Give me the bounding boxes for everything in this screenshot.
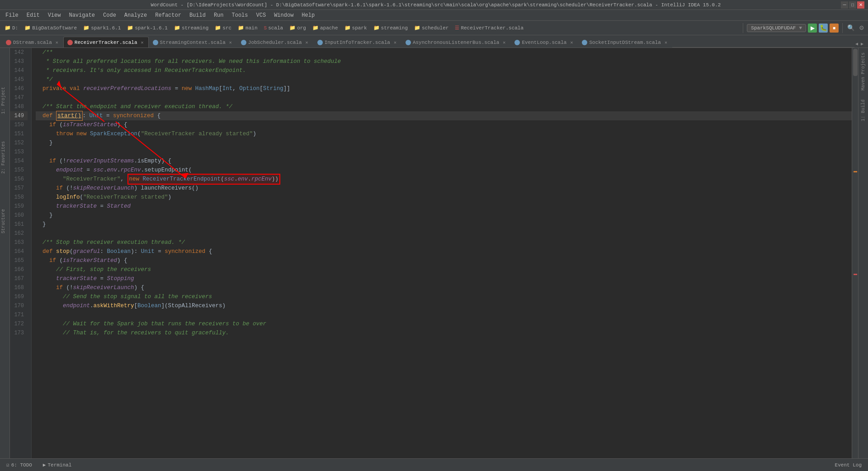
- bottom-tools-bar: ☑ 6: TODO ▶ Terminal Event Log: [0, 458, 868, 471]
- scroll-tabs-right[interactable]: ▶: [860, 40, 864, 48]
- linenum-172: 172: [10, 319, 28, 328]
- tab-receivertracker-close[interactable]: ✕: [141, 40, 143, 45]
- line-170: endpoint.askWithRetry[Boolean](StopAllRe…: [36, 301, 852, 310]
- line-172: // Wait for the Spark job that runs the …: [36, 319, 852, 328]
- tab-eventloop-close[interactable]: ✕: [570, 40, 573, 45]
- linenum-157: 157: [10, 184, 28, 193]
- toolbar-breadcrumb: 📁 D: 📁 BigDataSoftware 📁 spark1.6.1 📁 sp…: [2, 24, 526, 32]
- eventlog-label: Event Log: [835, 462, 862, 468]
- code-content[interactable]: /** * Store all preferred locations for …: [32, 48, 852, 458]
- linenum-170: 170: [10, 301, 28, 310]
- panel-tab-favorites[interactable]: 2: Favorites: [0, 138, 10, 176]
- search-everywhere-button[interactable]: 🔍: [846, 24, 855, 33]
- tab-socketinputdstream[interactable]: SocketInputDStream.scala ✕: [578, 37, 672, 48]
- toolbar-path-bigdata[interactable]: 📁 BigDataSoftware: [22, 24, 80, 32]
- close-button[interactable]: ✕: [857, 1, 864, 9]
- menu-edit[interactable]: Edit: [23, 11, 43, 19]
- bottom-tab-terminal[interactable]: ▶ Terminal: [40, 461, 74, 469]
- tab-jobscheduler[interactable]: JobScheduler.scala ✕: [237, 37, 313, 48]
- code-editor[interactable]: 142 143 144 145 146 147 148 149 150 151 …: [10, 48, 852, 458]
- line-169: // Send the stop signal to all the recei…: [36, 292, 852, 301]
- menu-tools[interactable]: Tools: [228, 11, 252, 19]
- menu-view[interactable]: View: [44, 11, 65, 19]
- run-config-selector[interactable]: SparkSQLUDFUDAF ▼: [747, 24, 806, 32]
- todo-icon: ☑: [6, 462, 9, 468]
- tab-socketinputdstream-close[interactable]: ✕: [665, 40, 667, 45]
- menu-file[interactable]: File: [2, 11, 22, 19]
- toolbar-path-streaming[interactable]: 📁 streaming: [171, 24, 211, 32]
- tab-dstream-close[interactable]: ✕: [56, 40, 58, 45]
- line-158: logInfo("ReceiverTracker started"): [36, 193, 852, 202]
- bottom-tab-todo[interactable]: ☑ 6: TODO: [4, 461, 35, 469]
- menu-vcs[interactable]: VCS: [253, 11, 270, 19]
- linenum-163: 163: [10, 238, 28, 247]
- tab-jobscheduler-close[interactable]: ✕: [306, 40, 308, 45]
- menu-code[interactable]: Code: [99, 11, 120, 19]
- toolbar-path-main[interactable]: 📁 main: [235, 24, 260, 32]
- tab-streamingcontext[interactable]: StreamingContext.scala ✕: [149, 37, 237, 48]
- scroll-tabs-left[interactable]: ◀: [854, 40, 859, 48]
- tab-inputinfotracker-icon: [317, 40, 323, 45]
- linenum-152: 152: [10, 138, 28, 147]
- tab-dstream-icon: [6, 40, 11, 45]
- window-controls: ─ □ ✕: [841, 1, 864, 9]
- linenum-161: 161: [10, 220, 28, 229]
- stop-button[interactable]: ■: [830, 24, 839, 33]
- panel-maven-projects[interactable]: Maven Projects: [860, 50, 867, 93]
- menu-analyze[interactable]: Analyze: [121, 11, 151, 19]
- line-157: if (!skipReceiverLaunch) launchReceivers…: [36, 184, 852, 193]
- toolbar-path-spark2[interactable]: 📁 spark: [342, 24, 370, 32]
- menu-window[interactable]: Window: [270, 11, 297, 19]
- settings-button[interactable]: ⚙: [857, 24, 866, 33]
- panel-build[interactable]: 1: Build: [860, 97, 867, 124]
- linenum-154: 154: [10, 157, 28, 166]
- debug-button[interactable]: 🐛: [819, 24, 828, 33]
- tab-eventloop[interactable]: EventLoop.scala ✕: [510, 37, 578, 48]
- tab-streamingcontext-close[interactable]: ✕: [229, 40, 232, 45]
- linenum-167: 167: [10, 274, 28, 283]
- toolbar: 📁 D: 📁 BigDataSoftware 📁 spark1.6.1 📁 sp…: [0, 21, 868, 35]
- toolbar-path-apache[interactable]: 📁 apache: [310, 24, 341, 32]
- toolbar-path-scheduler[interactable]: 📁 scheduler: [411, 24, 451, 32]
- linenum-158: 158: [10, 193, 28, 202]
- maximize-button[interactable]: □: [849, 1, 856, 9]
- vertical-scrollbar[interactable]: [852, 48, 858, 458]
- tab-inputinfotracker[interactable]: InputInfoTracker.scala ✕: [313, 37, 401, 48]
- toolbar-path-spark[interactable]: 📁 spark-1.6.1: [124, 24, 170, 32]
- panel-tab-project[interactable]: 1: Project: [0, 84, 10, 117]
- bottom-tab-eventlog[interactable]: Event Log: [832, 461, 864, 469]
- menu-build[interactable]: Build: [186, 11, 209, 19]
- line-156: "ReceiverTracker", new ReceiverTrackerEn…: [36, 175, 852, 184]
- linenum-171: 171: [10, 310, 28, 319]
- scrollbar-error-marker: [854, 274, 857, 275]
- line-148: /** Start the endpoint and receiver exec…: [36, 102, 852, 111]
- tab-receivertracker[interactable]: ReceiverTracker.scala ✕: [63, 37, 149, 48]
- scrollbar-thumb[interactable]: [853, 49, 858, 76]
- toolbar-path-src[interactable]: 📁 src: [212, 24, 234, 32]
- menu-refactor[interactable]: Refactor: [151, 11, 185, 19]
- menu-help[interactable]: Help: [298, 11, 318, 19]
- linenum-160: 160: [10, 211, 28, 220]
- line-144: * receivers. It's only accessed in Recei…: [36, 66, 852, 75]
- toolbar-path-d[interactable]: 📁 D:: [2, 24, 21, 32]
- panel-tab-structure[interactable]: Structure: [0, 206, 10, 236]
- toolbar-path-org[interactable]: 📁 org: [287, 24, 309, 32]
- toolbar-path-scala[interactable]: S scala: [261, 24, 286, 32]
- tab-inputinfotracker-close[interactable]: ✕: [394, 40, 396, 45]
- toolbar-path-file[interactable]: ☰ ReceiverTracker.scala: [452, 24, 526, 32]
- line-155: endpoint = ssc.env.rpcEnv.setupEndpoint(: [36, 166, 852, 175]
- minimize-button[interactable]: ─: [841, 1, 848, 9]
- run-button[interactable]: ▶: [808, 24, 817, 33]
- line-167: trackerState = Stopping: [36, 274, 852, 283]
- tab-asynclistenerbus-close[interactable]: ✕: [503, 40, 505, 45]
- tab-asynclistenerbus[interactable]: AsynchronousListenerBus.scala ✕: [401, 37, 510, 48]
- line-162: [36, 229, 852, 238]
- menu-run[interactable]: Run: [210, 11, 227, 19]
- tab-dstream[interactable]: DStream.scala ✕: [2, 37, 63, 48]
- toolbar-path-spark161[interactable]: 📁 spark1.6.1: [80, 24, 123, 32]
- tab-streamingcontext-icon: [153, 40, 158, 45]
- toolbar-path-streaming2[interactable]: 📁 streaming: [371, 24, 410, 32]
- menu-navigate[interactable]: Navigate: [65, 11, 99, 19]
- main-area: 1: Project 2: Favorites Structure 142 14…: [0, 48, 868, 458]
- line-150: if (isTrackerStarted) {: [36, 120, 852, 129]
